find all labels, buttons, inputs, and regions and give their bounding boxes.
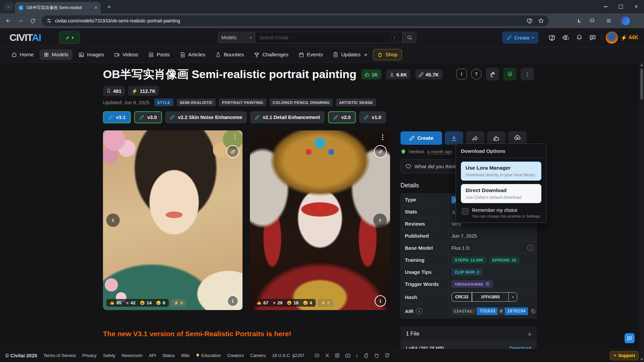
chat-button[interactable]: [589, 34, 596, 41]
version-v3-1[interactable]: v3.1: [103, 111, 131, 123]
downloads-badge[interactable]: 6.6K: [386, 69, 411, 79]
footer-link-newsroom[interactable]: Newsroom: [122, 353, 143, 358]
reaction-cry[interactable]: 4: [303, 300, 312, 305]
verified-time[interactable]: a month ago: [427, 149, 452, 155]
energy-badge[interactable]: ⚡ 112.7K: [128, 86, 159, 96]
model-image-2[interactable]: ⋮ › 67 ♥ 29 16 4: [250, 130, 390, 310]
new-tab-button[interactable]: +: [105, 3, 113, 11]
image-menu-button[interactable]: ⋮: [379, 133, 386, 141]
tag-style[interactable]: STYLE: [154, 99, 173, 106]
search-category-select[interactable]: Models ▾: [218, 32, 255, 43]
version-v1-0[interactable]: v1.0: [359, 111, 386, 123]
nav-item-home[interactable]: Home: [7, 49, 38, 60]
github-icon[interactable]: [374, 353, 380, 359]
reaction-thumbs-up[interactable]: 67: [257, 300, 268, 305]
instagram-icon[interactable]: [334, 353, 340, 358]
nav-item-updates[interactable]: Updates: [329, 49, 371, 60]
buzz-balance[interactable]: ⚡ 44K: [621, 28, 638, 47]
carousel-prev-button[interactable]: ‹: [106, 214, 120, 227]
option-direct-download[interactable]: Direct Download Use Civitai's default do…: [461, 184, 541, 203]
more-options-button[interactable]: ⋮: [521, 68, 534, 80]
footer-link-education[interactable]: Education: [196, 353, 221, 358]
footer-link-terms[interactable]: Terms of Service: [44, 353, 76, 358]
generations-badge[interactable]: 45.7K: [415, 69, 442, 79]
info-icon[interactable]: i: [527, 245, 534, 251]
minimize-button[interactable]: [598, 0, 613, 13]
bookmark-star-icon[interactable]: [538, 18, 544, 24]
info-button[interactable]: i: [456, 69, 467, 79]
forward-button[interactable]: [17, 17, 24, 24]
x-icon[interactable]: [325, 353, 330, 358]
vault-button[interactable]: [508, 131, 527, 145]
nav-item-videos[interactable]: Videos: [110, 49, 142, 60]
tag[interactable]: COLORED PENCIL DRAWING: [270, 99, 333, 106]
info-icon[interactable]: i: [416, 308, 422, 314]
trigger-word-badge[interactable]: OBXIAOXIANG: [451, 280, 493, 288]
tag[interactable]: PORTRAIT PAINTING: [219, 99, 266, 106]
nav-item-events[interactable]: Events: [294, 49, 327, 60]
air-code[interactable]: civitai: 731933 @ 1876194: [451, 307, 528, 315]
support-button[interactable]: ♥ Support: [610, 351, 639, 360]
reaction-heart[interactable]: ♥ 42: [126, 300, 136, 305]
twitch-icon[interactable]: [384, 353, 390, 358]
copy-icon[interactable]: [485, 282, 490, 286]
page-scrollbar[interactable]: [639, 63, 644, 362]
footer-link-status[interactable]: Status: [162, 353, 175, 358]
address-bar[interactable]: civitai.com/models/731933/ob-semi-realis…: [42, 15, 549, 26]
hash-next-chevron[interactable]: ›: [509, 293, 517, 301]
footer-link-wiki[interactable]: Wiki: [181, 353, 190, 358]
help-button[interactable]: ?: [471, 69, 482, 79]
scroll-down-arrow[interactable]: [640, 359, 643, 361]
footer-link-privacy[interactable]: Privacy: [82, 353, 97, 358]
reddit-icon[interactable]: [363, 353, 369, 359]
create-with-model-button[interactable]: Create: [400, 131, 442, 145]
nav-item-articles[interactable]: Articles: [176, 49, 209, 60]
image-menu-button[interactable]: ⋮: [232, 133, 238, 141]
site-settings-icon[interactable]: [46, 18, 52, 23]
reaction-laugh[interactable]: 14: [140, 300, 152, 305]
version-v2-2[interactable]: v2.2 Skin Noise Enhanceme: [165, 111, 247, 123]
extensions-button[interactable]: [588, 17, 596, 24]
version-v2-0[interactable]: v2.0: [328, 111, 356, 123]
footer-link-careers[interactable]: Careers: [250, 353, 266, 358]
moderation-button[interactable]: [486, 68, 499, 80]
browsing-level-button[interactable]: [562, 34, 570, 41]
nav-item-models[interactable]: Models: [40, 49, 72, 60]
share-button[interactable]: [466, 131, 484, 145]
reaction-thumbs-up[interactable]: 95: [110, 300, 121, 305]
tiktok-icon[interactable]: ♪: [356, 353, 358, 358]
nav-item-challenges[interactable]: Challenges: [250, 49, 292, 60]
nav-item-bounties[interactable]: Bounties: [211, 49, 248, 60]
reaction-heart[interactable]: ♥ 29: [273, 300, 282, 305]
maximize-button[interactable]: [613, 0, 629, 13]
like-button[interactable]: [487, 131, 505, 145]
carousel-next-button[interactable]: ›: [373, 214, 387, 227]
bookmarks-badge[interactable]: 481: [103, 86, 125, 96]
footer-link-api[interactable]: API: [149, 353, 156, 358]
image-info-button[interactable]: i: [375, 295, 386, 307]
extension-l-badge[interactable]: L: [575, 16, 584, 25]
copy-icon[interactable]: [531, 309, 536, 314]
reaction-zap[interactable]: ⚡ 0: [171, 299, 186, 307]
nav-item-shop[interactable]: Shop: [373, 49, 402, 60]
tag[interactable]: SEMI-REALISTIC: [177, 99, 216, 106]
download-button[interactable]: [445, 131, 463, 145]
user-avatar[interactable]: [606, 32, 618, 44]
image-info-button[interactable]: i: [227, 295, 238, 307]
scroll-up-arrow[interactable]: [640, 64, 643, 66]
footer-link-2257[interactable]: 18 U.S.C. §2257: [272, 353, 304, 358]
reload-button[interactable]: [29, 17, 36, 24]
screen-generate-button[interactable]: [548, 34, 555, 41]
link-badge[interactable]: [374, 145, 387, 158]
chat-widget-button[interactable]: [625, 333, 635, 343]
search-input[interactable]: Search Civitai /: [255, 32, 402, 43]
remember-checkbox[interactable]: [462, 208, 469, 215]
back-button[interactable]: [5, 17, 12, 24]
likes-badge[interactable]: 1K: [361, 69, 381, 79]
option-lora-manager[interactable]: Use Lora Manager Download directly to yo…: [461, 162, 541, 181]
header-create-button[interactable]: Create ▾: [502, 32, 538, 44]
browser-profile-avatar[interactable]: [621, 16, 630, 25]
youtube-icon[interactable]: [345, 353, 351, 359]
file-section-header[interactable]: 1 File ∧: [400, 326, 537, 341]
event-promo-button[interactable]: ›: [59, 31, 80, 44]
